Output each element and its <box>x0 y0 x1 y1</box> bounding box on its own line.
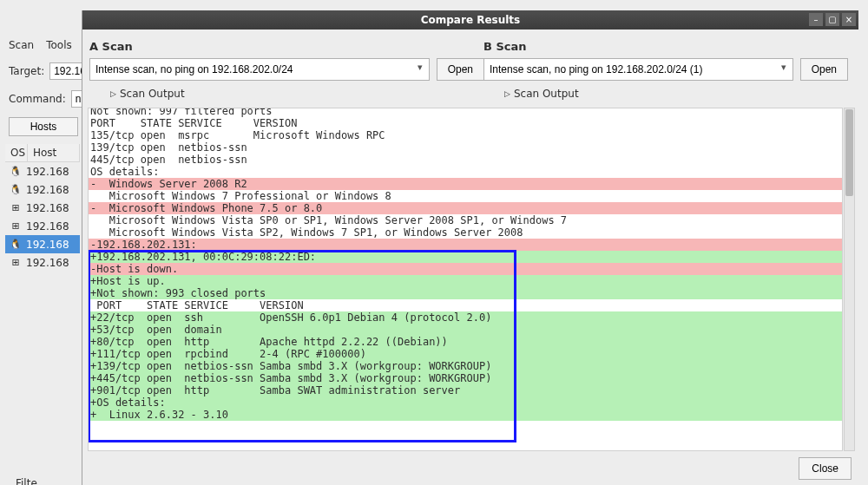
dialog-close-button[interactable]: Close <box>799 457 852 480</box>
diff-line: +901/tcp open http Samba SWAT administra… <box>89 384 842 397</box>
target-label: Target: <box>9 65 44 77</box>
diff-line: Not shown: 997 filtered ports <box>89 108 842 117</box>
diff-line: +OS details: <box>89 397 842 409</box>
menu-tools[interactable]: Tools <box>46 39 72 51</box>
diff-output[interactable]: Not shown: 997 filtered portsPORT STATE … <box>88 108 843 451</box>
host-label: 192.168 <box>23 202 69 214</box>
diff-line: +80/tcp open http Apache httpd 2.2.22 ((… <box>89 336 842 348</box>
b-scan-output-label: Scan Output <box>514 88 579 100</box>
host-row[interactable]: ⊞192.168 <box>5 253 80 272</box>
penguin-icon: 🐧 <box>9 238 23 252</box>
maximize-icon[interactable]: ▢ <box>825 13 839 26</box>
diff-line: -Host is down. <box>89 263 842 275</box>
minimize-icon[interactable]: – <box>809 13 823 26</box>
b-scan-select[interactable]: Intense scan, no ping on 192.168.202.0/2… <box>483 58 793 81</box>
diff-line: 135/tcp open msrpc Microsoft Windows RPC <box>89 129 842 141</box>
diff-line: - Microsoft Windows Phone 7.5 or 8.0 <box>89 202 842 214</box>
host-label: 192.168 <box>23 184 69 196</box>
diff-line: Microsoft Windows Vista SP0 or SP1, Wind… <box>89 214 842 226</box>
diff-line: +Host is up. <box>89 275 842 287</box>
col-os[interactable]: OS <box>5 144 28 161</box>
a-scan-panel: A Scan Intense scan, no ping on 192.168.… <box>89 40 484 100</box>
host-row[interactable]: ⊞192.168 <box>5 199 80 217</box>
b-open-button[interactable]: Open <box>800 58 848 81</box>
compare-results-dialog: Compare Results – ▢ × A Scan Intense sca… <box>82 10 858 485</box>
penguin-icon: 🐧 <box>9 165 23 179</box>
diff-line: OS details: <box>89 166 842 178</box>
penguin-icon: 🐧 <box>9 183 23 197</box>
diff-line: +139/tcp open netbios-ssn Samba smbd 3.X… <box>89 360 842 372</box>
expander-triangle-icon: ▷ <box>110 89 116 98</box>
menu-bar: Scan Tools P <box>9 39 90 51</box>
dialog-title: Compare Results <box>82 14 858 26</box>
b-scan-panel: B Scan Intense scan, no ping on 192.168.… <box>483 40 848 100</box>
diff-line: +192.168.202.131, 00:0C:29:08:22:ED: <box>89 251 842 263</box>
diff-line: +Not shown: 993 closed ports <box>89 287 842 299</box>
diff-line: + Linux 2.6.32 - 3.10 <box>89 409 842 421</box>
output-scrollbar[interactable] <box>844 108 855 451</box>
a-scan-output-expander[interactable]: ▷ Scan Output <box>110 88 484 100</box>
col-host[interactable]: Host <box>28 144 80 161</box>
host-row[interactable]: ⊞192.168 <box>5 217 80 235</box>
host-table: OS Host 🐧192.168🐧192.168⊞192.168⊞192.168… <box>5 144 80 272</box>
diff-line: +111/tcp open rpcbind 2-4 (RPC #100000) <box>89 348 842 360</box>
host-row[interactable]: 🐧192.168 <box>5 180 80 199</box>
host-row[interactable]: 🐧192.168 <box>5 235 80 253</box>
host-label: 192.168 <box>23 166 69 178</box>
win-icon: ⊞ <box>9 201 23 215</box>
menu-scan[interactable]: Scan <box>9 39 34 51</box>
diff-line: Microsoft Windows Vista SP2, Windows 7 S… <box>89 226 842 239</box>
host-label: 192.168 <box>23 257 69 269</box>
diff-line: Microsoft Windows 7 Professional or Wind… <box>89 190 842 202</box>
expander-triangle-icon: ▷ <box>504 89 510 98</box>
a-scan-label: A Scan <box>89 40 484 53</box>
diff-line: PORT STATE SERVICE VERSION <box>89 117 842 129</box>
diff-line: -192.168.202.131: <box>89 239 842 251</box>
dialog-titlebar[interactable]: Compare Results – ▢ × <box>82 10 858 29</box>
diff-line: - Windows Server 2008 R2 <box>89 178 842 190</box>
diff-line: +445/tcp open netbios-ssn Samba smbd 3.X… <box>89 372 842 384</box>
command-label: Command: <box>9 93 66 105</box>
close-icon[interactable]: × <box>842 13 856 26</box>
a-open-button[interactable]: Open <box>437 58 484 81</box>
diff-line: PORT STATE SERVICE VERSION <box>89 299 842 311</box>
filter-label: Filte <box>16 477 37 485</box>
a-scan-output-label: Scan Output <box>120 88 185 100</box>
b-scan-output-expander[interactable]: ▷ Scan Output <box>504 88 848 100</box>
a-scan-select[interactable]: Intense scan, no ping on 192.168.202.0/2… <box>89 58 430 81</box>
win-icon: ⊞ <box>9 256 23 270</box>
b-scan-label: B Scan <box>483 40 848 53</box>
diff-line: 139/tcp open netbios-ssn <box>89 141 842 154</box>
host-label: 192.168 <box>23 220 69 233</box>
diff-line: +22/tcp open ssh OpenSSH 6.0p1 Debian 4 … <box>89 311 842 324</box>
win-icon: ⊞ <box>9 220 23 233</box>
diff-line: +53/tcp open domain <box>89 324 842 336</box>
target-row: Target: <box>9 62 88 80</box>
scrollbar-thumb[interactable] <box>845 109 853 196</box>
host-label: 192.168 <box>23 239 69 251</box>
host-row[interactable]: 🐧192.168 <box>5 162 80 180</box>
diff-line: 445/tcp open netbios-ssn <box>89 154 842 166</box>
hosts-tab-button[interactable]: Hosts <box>9 117 78 136</box>
